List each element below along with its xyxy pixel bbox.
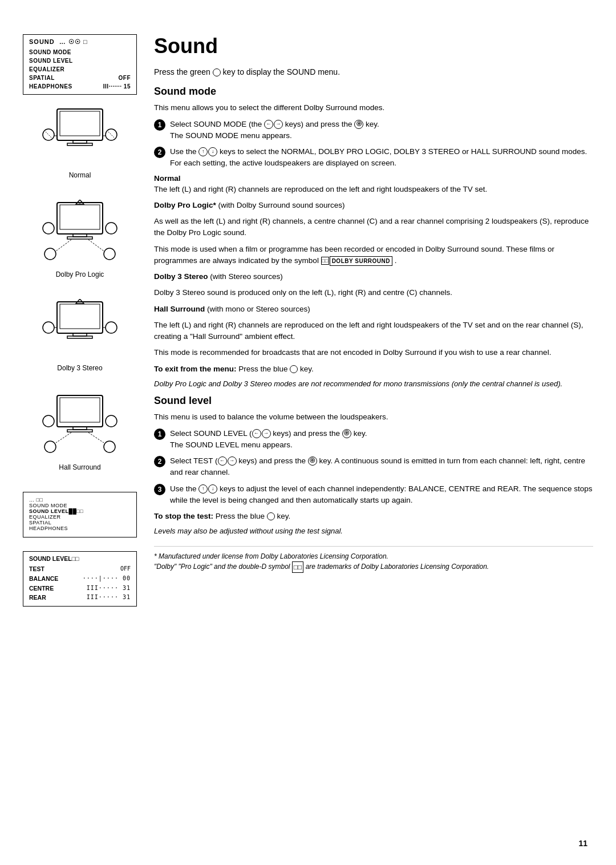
ud-key-down: ↓ — [208, 484, 217, 494]
stop-test-line: To stop the test: Press the blue key. — [154, 511, 593, 522]
sound-menu-title: SOUND … ☉☉ □ — [29, 38, 131, 46]
diagram-dolby-pro-label: Dolby Pro Logic — [56, 270, 104, 278]
green-key-icon — [213, 68, 221, 76]
sl-step3-num: 3 — [154, 484, 165, 495]
sl-step1-num: 1 — [154, 429, 165, 440]
sound-mode-intro: This menu allows you to select the diffe… — [154, 102, 593, 114]
svg-line-39 — [56, 432, 71, 443]
ok-key3: ⓔ — [308, 456, 317, 466]
sound-level-box: SOUND LEVEL□□ TEST OFF BALANCE ····|····… — [23, 551, 137, 607]
sl-step2-num: 2 — [154, 456, 165, 467]
svg-point-18 — [44, 248, 56, 260]
blue-key2-icon — [267, 512, 275, 520]
sl-row-test: TEST OFF — [29, 564, 131, 574]
sound-mode-italic-note: Dolby Pro Logic and Dolby 3 Stereo modes… — [154, 378, 593, 390]
svg-point-19 — [104, 248, 115, 260]
sound-menu-box: SOUND … ☉☉ □ SOUND MODE SOUND LEVEL EQUA… — [23, 34, 137, 95]
sl-step1-text: Select SOUND LEVEL (←→ keys) and press t… — [170, 428, 593, 451]
hall-text2: This mode is recommended for broadcasts … — [154, 347, 593, 358]
svg-rect-11 — [60, 205, 100, 229]
diagram-dolby3-label: Dolby 3 Stereo — [57, 364, 102, 372]
exit-line: To exit from the menu: Press the blue ke… — [154, 363, 593, 375]
sl-outer-sound-title: … □□SOUND MODESOUND LEVEL██□□EQUALIZERSP… — [29, 497, 131, 531]
svg-rect-32 — [60, 398, 100, 422]
down-key-icon: ↓ — [208, 147, 217, 156]
svg-line-21 — [88, 240, 104, 251]
sound-mode-title: Sound mode — [154, 86, 593, 98]
sound-level-step1: 1 Select SOUND LEVEL (←→ keys) and press… — [154, 428, 593, 451]
svg-rect-3 — [67, 143, 92, 145]
svg-line-5 — [46, 132, 51, 138]
dolby-surround-symbol: DOLBY SURROUND — [330, 256, 392, 266]
svg-rect-1 — [60, 111, 100, 136]
svg-point-37 — [44, 441, 56, 452]
svg-line-40 — [88, 432, 104, 443]
ud-key-up: ↑ — [198, 484, 208, 494]
sound-level-intro: This menu is used to balance the volume … — [154, 411, 593, 423]
lr-key-right: → — [262, 429, 271, 438]
menu-item-sound-mode: SOUND MODE — [29, 48, 131, 56]
menu-item-spatial: SPATIALOFF — [29, 74, 131, 82]
footnote: * Manufactured under license from Dolby … — [154, 546, 593, 573]
blue-key-icon — [290, 365, 298, 373]
right-column: Sound Press the green key to display the… — [154, 34, 593, 607]
svg-rect-23 — [60, 304, 100, 329]
svg-point-16 — [43, 223, 54, 234]
hall-title-text: Hall Surround (with mono or Stereo sourc… — [154, 304, 593, 315]
dolby-pro-title-text: Dolby Pro Logic* (with Dolby Surround so… — [154, 200, 593, 211]
svg-rect-34 — [67, 430, 92, 432]
sl-box-title: SOUND LEVEL□□ — [29, 555, 131, 562]
sl-row-balance: BALANCE ····|···· 00 — [29, 574, 131, 584]
menu-item-equalizer: EQUALIZER — [29, 65, 131, 74]
diagram-normal-label: Normal — [69, 171, 91, 179]
svg-rect-25 — [67, 336, 92, 338]
sound-level-italic-note: Levels may also be adjusted without usin… — [154, 526, 593, 537]
intro-text: Press the green key to display the SOUND… — [154, 67, 593, 76]
lr-key-left: ← — [252, 429, 261, 438]
sl-step2-text: Select TEST (←→ keys) and press the ⓔ ke… — [170, 455, 593, 479]
normal-text: The left (L) and right (R) channels are … — [154, 184, 593, 195]
sound-level-step3: 3 Use the ↑↓ keys to adjust the level of… — [154, 483, 593, 507]
svg-point-38 — [104, 441, 115, 452]
diagram-hall: Hall Surround — [23, 393, 137, 471]
ok-key2: ⓔ — [342, 429, 351, 438]
dolby-pro-text: As well as the left (L) and right (R) ch… — [154, 216, 593, 239]
diagram-normal: Normal — [23, 106, 137, 179]
sound-level-title: Sound level — [154, 395, 593, 407]
sl-row-rear: REAR III····· 31 — [29, 593, 131, 603]
footnote-line1: * Manufactured under license from Dolby … — [154, 551, 593, 561]
svg-point-27 — [43, 322, 54, 333]
svg-point-36 — [106, 415, 117, 427]
svg-point-35 — [43, 415, 54, 427]
step1-text: Select SOUND MODE (the ←→ keys) and pres… — [170, 119, 593, 142]
dolby3-title-text: Dolby 3 Stereo (with Stereo sources) — [154, 271, 593, 282]
sound-level-outer-box: … □□SOUND MODESOUND LEVEL██□□EQUALIZERSP… — [23, 492, 137, 537]
svg-point-28 — [106, 322, 117, 333]
footnote-line2: "Dolby" "Pro Logic" and the double-D sym… — [154, 561, 593, 573]
page-number: 11 — [578, 839, 587, 848]
sl-step3-text: Use the ↑↓ keys to adjust the level of e… — [170, 483, 593, 507]
step1-num: 1 — [154, 119, 165, 131]
page-title: Sound — [154, 34, 593, 58]
menu-item-sound-level: SOUND LEVEL — [29, 56, 131, 65]
svg-rect-13 — [67, 237, 92, 239]
step2-text: Use the ↑↓ keys to select the NORMAL, DO… — [170, 146, 593, 169]
diagram-dolby-pro: Dolby Pro Logic — [23, 200, 137, 278]
left-column: SOUND … ☉☉ □ SOUND MODE SOUND LEVEL EQUA… — [23, 34, 137, 607]
diagram-dolby3: Dolby 3 Stereo — [23, 299, 137, 372]
dd-symbol: □□ — [292, 561, 304, 573]
ok-key-icon: ⓔ — [354, 120, 363, 129]
normal-subsection-title: Normal — [154, 174, 593, 183]
sl-lr-left: ← — [218, 456, 227, 466]
svg-line-7 — [108, 132, 114, 138]
right-key-icon: → — [274, 120, 283, 129]
svg-point-17 — [106, 223, 117, 234]
svg-point-4 — [43, 129, 54, 140]
sound-mode-step1: 1 Select SOUND MODE (the ←→ keys) and pr… — [154, 119, 593, 142]
hall-text: The left (L) and right (R) channels are … — [154, 320, 593, 343]
diagram-hall-label: Hall Surround — [59, 463, 100, 471]
sl-lr-right: → — [228, 456, 237, 466]
sound-level-step2: 2 Select TEST (←→ keys) and press the ⓔ … — [154, 455, 593, 479]
svg-line-20 — [56, 240, 71, 251]
up-key-icon: ↑ — [198, 147, 208, 156]
